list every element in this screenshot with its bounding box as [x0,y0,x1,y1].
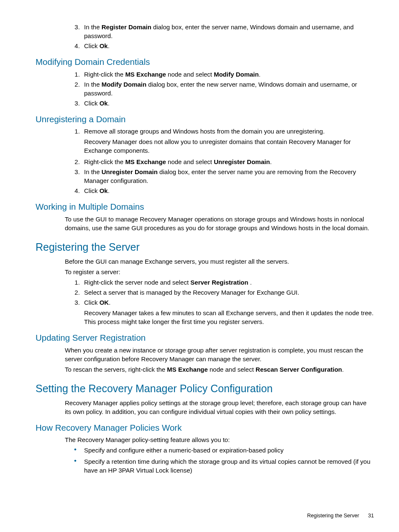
list-item: Click OK. Recovery Manager takes a few m… [82,298,374,326]
step-text: In the [84,23,102,31]
list-item: Click Ok. [82,41,374,50]
heading-how-policies-work: How Recovery Manager Policies Work [36,422,374,434]
heading-setting-policy: Setting the Recovery Manager Policy Conf… [36,381,374,396]
list-item: Click Ok. [82,186,374,195]
step-text: Click [84,42,100,49]
paragraph: When you create a new instance or storag… [65,346,374,363]
paragraph: To rescan the servers, right-click the M… [65,365,374,374]
paragraph: The Recovery Manager policy-setting feat… [65,435,374,444]
page-container: In the Register Domain dialog box, enter… [0,0,399,532]
heading-updating-server-registration: Updating Server Registration [36,332,374,344]
unregistering-steps-list: Remove all storage groups and Windows ho… [65,127,374,195]
list-item: Right-click the server node and select S… [82,278,374,287]
list-item: Remove all storage groups and Windows ho… [82,127,374,155]
page-footer: Registering the Server 31 [307,512,374,520]
footer-section-name: Registering the Server [307,513,359,519]
paragraph: To register a server: [65,267,374,276]
list-item: In the Register Domain dialog box, enter… [82,23,374,40]
list-item: Right-click the MS Exchange node and sel… [82,157,374,166]
policies-bullet-list: Specify and configure either a numeric-b… [65,446,374,475]
registering-steps-list: Right-click the server node and select S… [65,278,374,326]
list-item: In the Modify Domain dialog box, enter t… [82,80,374,98]
step-text: . [108,42,110,49]
heading-unregistering-domain: Unregistering a Domain [36,113,374,126]
initial-steps-list: In the Register Domain dialog box, enter… [65,23,374,50]
step-note: Recovery Manager does not allow you to u… [84,137,374,155]
heading-modifying-domain: Modifying Domain Credentials [36,56,374,68]
list-item: In the Unregister Domain dialog box, ent… [82,167,374,185]
footer-page-number: 31 [368,513,374,519]
list-item: Click Ok. [82,99,374,108]
modifying-steps-list: Right-click the MS Exchange node and sel… [65,70,374,108]
bold-text: Ok [100,42,108,49]
step-note: Recovery Manager takes a few minutes to … [84,308,374,326]
paragraph: Before the GUI can manage Exchange serve… [65,257,374,266]
heading-registering-server: Registering the Server [36,240,374,254]
list-item: Right-click the MS Exchange node and sel… [82,70,374,79]
paragraph: To use the GUI to manage Recovery Manage… [65,215,374,232]
list-item: Specify a retention time during which th… [82,457,374,475]
list-item: Select a server that is managed by the R… [82,288,374,297]
heading-working-multiple-domains: Working in Multiple Domains [36,201,374,213]
bold-text: Register Domain [102,23,151,31]
list-item: Specify and configure either a numeric-b… [82,446,374,455]
paragraph: Recovery Manager applies policy settings… [65,398,374,416]
